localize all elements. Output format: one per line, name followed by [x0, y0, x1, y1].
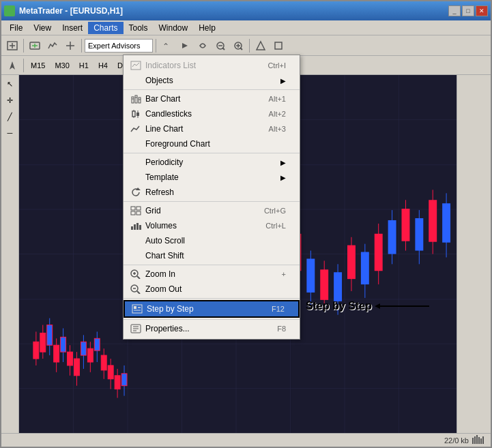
svg-rect-121 — [131, 226, 133, 230]
menu-item-template[interactable]: Template ▶ — [124, 170, 300, 185]
refresh-icon — [129, 187, 143, 198]
timeperiod-M15[interactable]: M15 — [27, 59, 49, 72]
chart-shift-icon — [129, 250, 143, 261]
menu-item-properties[interactable]: Properties... F8 — [124, 321, 300, 336]
minimize-button[interactable]: _ — [448, 5, 461, 16]
svg-rect-97 — [442, 203, 450, 242]
title-bar: MetaTrader - [EURUSD,H1] _ □ ✕ — [1, 1, 491, 20]
menu-item-refresh-label: Refresh — [145, 188, 286, 197]
objects-arrow: ▶ — [280, 77, 286, 85]
menu-item-line-chart[interactable]: Line Chart Alt+3 — [124, 121, 300, 136]
auto-scroll-icon — [129, 235, 143, 246]
svg-rect-108 — [139, 98, 141, 103]
svg-line-15 — [240, 48, 242, 50]
menu-view[interactable]: View — [28, 22, 57, 34]
svg-rect-87 — [375, 234, 383, 271]
toolbar-btn-8[interactable] — [230, 38, 246, 53]
maximize-button[interactable]: □ — [462, 5, 474, 16]
window-title: MetaTrader - [EURUSD,H1] — [19, 6, 123, 16]
toolbar-btn-10[interactable] — [270, 38, 287, 53]
menu-item-chart-shift[interactable]: Chart Shift — [124, 248, 300, 263]
zoom-in-icon — [129, 269, 143, 280]
menu-section-2: Bar Chart Alt+1 Candlesticks Alt+2 Line … — [124, 90, 300, 153]
toolbar-btn-1[interactable] — [27, 38, 43, 53]
menu-file[interactable]: File — [4, 22, 28, 34]
menu-item-step-by-step[interactable]: Step by Step F12 — [124, 300, 300, 318]
svg-marker-99 — [375, 303, 380, 309]
menu-item-grid-label: Grid — [145, 206, 250, 215]
menu-item-bar-chart-label: Bar Chart — [145, 94, 255, 104]
timeperiod-H1[interactable]: H1 — [75, 59, 93, 72]
periodicity-arrow: ▶ — [280, 159, 286, 166]
menu-item-properties-shortcut: F8 — [277, 325, 286, 333]
new-chart-btn[interactable] — [4, 38, 20, 53]
toolbar-sep-3 — [156, 39, 156, 53]
menu-item-grid[interactable]: Grid Ctrl+G — [124, 203, 300, 218]
status-info: 22/0 kb — [444, 436, 469, 445]
menu-item-indicators-list[interactable]: Indicators List Ctrl+I — [124, 58, 300, 73]
close-button[interactable]: ✕ — [476, 5, 488, 16]
timeperiod-H4[interactable]: H4 — [94, 59, 112, 72]
app-icon — [4, 5, 15, 16]
menu-window[interactable]: Window — [154, 22, 194, 34]
toolbar-btn-6[interactable] — [194, 38, 211, 53]
menu-charts[interactable]: Charts — [88, 22, 123, 34]
svg-rect-91 — [402, 209, 410, 241]
svg-rect-141 — [474, 436, 476, 444]
menu-item-periodicity[interactable]: Periodicity ▶ — [124, 155, 300, 170]
svg-rect-55 — [101, 355, 106, 370]
svg-rect-0 — [5, 7, 9, 10]
svg-line-12 — [222, 48, 225, 50]
left-btn-cross[interactable]: ✛ — [3, 93, 18, 108]
volumes-icon — [129, 220, 143, 231]
menu-item-zoom-out[interactable]: Zoom Out — [124, 282, 300, 297]
toolbar-btn-4[interactable]: ⌃ — [159, 38, 175, 53]
timeperiod-M30[interactable]: M30 — [50, 59, 73, 72]
menu-item-candlesticks-label: Candlesticks — [145, 109, 255, 119]
properties-icon — [129, 323, 143, 334]
menu-item-auto-scroll[interactable]: Auto Scroll — [124, 233, 300, 248]
menu-item-properties-label: Properties... — [145, 324, 263, 333]
candlesticks-icon — [129, 108, 143, 119]
menu-item-volumes[interactable]: Volumes Ctrl+L — [124, 218, 300, 233]
menu-help[interactable]: Help — [193, 22, 221, 34]
template-icon — [129, 172, 143, 183]
svg-rect-117 — [131, 207, 135, 210]
left-btn-arrow[interactable]: ↖ — [3, 76, 18, 91]
svg-rect-145 — [482, 436, 484, 444]
menu-item-bar-chart[interactable]: Bar Chart Alt+1 — [124, 91, 300, 106]
annotation-text: Step by Step — [306, 300, 372, 312]
grid-icon — [129, 205, 143, 216]
toolbar-btn-2[interactable] — [44, 38, 61, 53]
toolbar-btn-5[interactable] — [177, 38, 193, 53]
menu-item-objects[interactable]: Objects ▶ — [124, 73, 300, 88]
foreground-chart-icon — [129, 138, 143, 149]
svg-line-101 — [132, 64, 134, 67]
toolbar-arrow-btn[interactable] — [4, 58, 20, 73]
left-btn-line1[interactable]: ╱ — [3, 109, 18, 124]
menu-item-zoom-in-shortcut: + — [282, 270, 286, 278]
menu-item-zoom-in[interactable]: Zoom In + — [124, 267, 300, 282]
template-arrow: ▶ — [280, 174, 286, 181]
svg-rect-79 — [320, 269, 328, 300]
toolbar-btn-7[interactable] — [212, 38, 229, 53]
toolbar-sep-5 — [23, 59, 24, 72]
menu-insert[interactable]: Insert — [57, 22, 88, 34]
menu-section-6: Step by Step F12 — [124, 299, 300, 320]
toolbar-main: Expert Advisors ⌃ — [1, 35, 491, 56]
svg-rect-124 — [139, 225, 141, 230]
toolbar-btn-9[interactable] — [252, 38, 269, 53]
expert-advisors-label: Expert Advisors — [85, 39, 153, 53]
svg-rect-77 — [306, 258, 315, 293]
menu-item-refresh[interactable]: Refresh — [124, 185, 300, 200]
svg-rect-35 — [33, 342, 39, 359]
left-btn-line2[interactable]: ─ — [3, 125, 18, 140]
status-bar: 22/0 kb — [1, 433, 491, 447]
menu-item-candlesticks[interactable]: Candlesticks Alt+2 — [124, 106, 300, 121]
status-icon — [472, 435, 485, 446]
menu-item-foreground-chart[interactable]: Foreground Chart — [124, 136, 300, 151]
menu-tools[interactable]: Tools — [124, 22, 154, 34]
menu-item-step-by-step-label: Step by Step — [147, 304, 258, 314]
toolbar-btn-3[interactable] — [62, 38, 78, 53]
svg-rect-142 — [476, 435, 478, 444]
